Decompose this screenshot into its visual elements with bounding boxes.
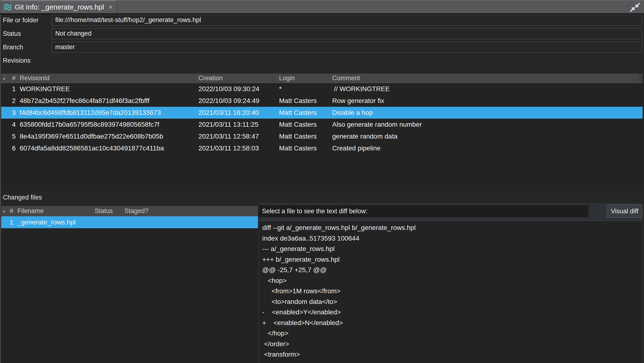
file-or-folder-field[interactable]: file:///home/matt/test-stuff/hop2/_gener… xyxy=(52,15,642,26)
revision-row-6[interactable]: 6 6074dfa5a8dd82586581ac10c430491877c411… xyxy=(1,142,642,154)
tab-git-info[interactable]: Git Info: _generate_rows.hpl × xyxy=(1,1,117,13)
changed-files-section-label: Changed files xyxy=(3,194,42,201)
visual-diff-button[interactable]: Visual diff xyxy=(606,204,642,218)
status-field[interactable]: Not changed xyxy=(52,28,642,39)
close-icon[interactable]: × xyxy=(109,4,113,11)
tab-bar: Git Info: _generate_rows.hpl × xyxy=(0,0,644,13)
diff-line: <transform> xyxy=(262,349,642,360)
revisions-column-header-stub xyxy=(638,74,642,83)
branch-label: Branch xyxy=(3,42,23,53)
git-info-window: Git Info: _generate_rows.hpl × File or f… xyxy=(0,0,644,363)
files-column-header-status[interactable]: Status xyxy=(93,206,122,216)
revision-row-5[interactable]: 5 8e4a195f3697e6511d0dfbae275d22e608b7b0… xyxy=(1,131,642,142)
branch-field[interactable]: master xyxy=(52,42,642,53)
file-or-folder-label: File or folder xyxy=(3,15,38,26)
tab-bar-divider xyxy=(0,13,644,15)
revisions-column-header-num[interactable]: ▴ # xyxy=(1,74,18,83)
diff-line: <from>1M rows</from> xyxy=(262,286,642,296)
diff-line: --- a/_generate_rows.hpl xyxy=(262,244,642,254)
tab-title: Git Info: _generate_rows.hpl xyxy=(15,3,104,11)
revisions-table-header: ▴ # RevisionId Creation Login Comment xyxy=(1,74,642,83)
diff-line: @@ -25,7 +25,7 @@ xyxy=(262,265,642,275)
diff-line: +++ b/_generate_rows.hpl xyxy=(262,254,642,265)
files-column-header-staged[interactable]: Staged? xyxy=(122,206,258,216)
revision-row-3-selected[interactable]: 3 f4d84bc6d498ffdb813112d95e7da201391336… xyxy=(1,107,642,119)
changed-file-row-1-selected[interactable]: 1 _generate_rows.hpl xyxy=(1,216,258,228)
diff-line: <hop> xyxy=(262,275,642,286)
revisions-column-header-revisionid[interactable]: RevisionId xyxy=(18,74,196,83)
hop-git-waves-icon xyxy=(4,3,12,11)
revisions-table: ▴ # RevisionId Creation Login Comment 1 … xyxy=(1,74,642,191)
files-column-header-num[interactable]: ▴ # xyxy=(1,206,16,216)
diff-line: + <enabled>N</enabled> xyxy=(262,318,642,328)
window-left-edge xyxy=(0,15,1,363)
revision-row-1[interactable]: 1 WORKINGTREE 2022/10/03 09:30:24 * // W… xyxy=(1,83,642,95)
diff-line: index de3a6aa..5173593 100644 xyxy=(262,233,642,244)
changed-files-table-header: ▴ # Filename Status Staged? xyxy=(1,206,258,216)
revision-row-4[interactable]: 4 635800fdd17b0a65795f58c8939749805658fc… xyxy=(1,119,642,131)
sort-ascending-icon: ▴ xyxy=(3,209,5,213)
status-label: Status xyxy=(3,28,21,39)
revision-row-2[interactable]: 2 48b72a2b452f27fec86c4fa871df46f3ac2fbf… xyxy=(1,95,642,107)
diff-line: </order> xyxy=(262,339,642,349)
diff-text-area[interactable]: diff --git a/_generate_rows.hpl b/_gener… xyxy=(259,221,642,363)
revisions-column-header-comment[interactable]: Comment xyxy=(330,74,638,83)
diff-line: - <enabled>Y</enabled> xyxy=(262,307,642,318)
sort-ascending-icon: ▴ xyxy=(3,76,5,80)
files-column-header-filename[interactable]: Filename xyxy=(16,206,93,216)
diff-line: diff --git a/_generate_rows.hpl b/_gener… xyxy=(262,223,642,233)
collapse-panel-icon[interactable] xyxy=(629,2,641,13)
revisions-column-header-login[interactable]: Login xyxy=(277,74,330,83)
diff-line: </hop> xyxy=(262,328,642,339)
diff-prompt-label: Select a file to see the text diff below… xyxy=(259,205,588,217)
revisions-column-header-creation[interactable]: Creation xyxy=(196,74,277,83)
changed-files-table: ▴ # Filename Status Staged? 1 _generate_… xyxy=(1,206,258,363)
diff-line: <to>random data</to> xyxy=(262,296,642,307)
revisions-section-label: Revisions xyxy=(3,57,30,64)
